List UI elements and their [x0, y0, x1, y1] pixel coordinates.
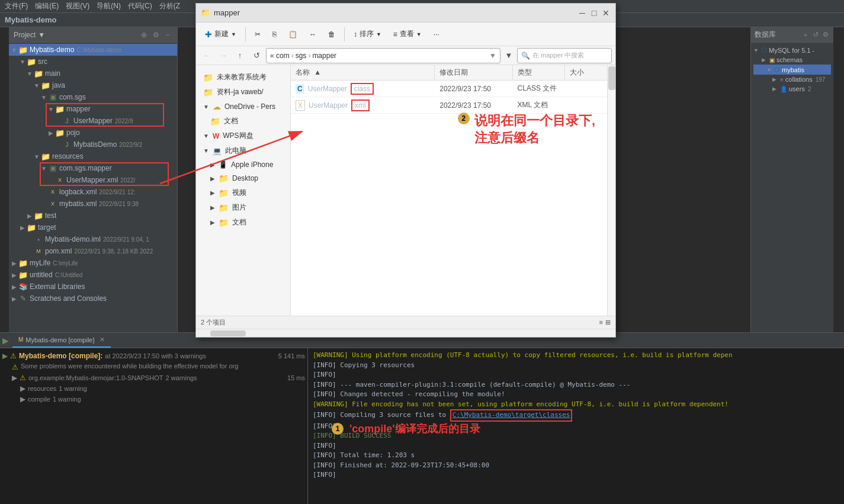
db-settings-icon[interactable]: ⚙ [821, 31, 830, 39]
dialog-hscroll[interactable] [196, 329, 615, 337]
dialog-vscroll[interactable] [607, 65, 615, 316]
sidebar-item-docs[interactable]: ▶ 📁 文档 [196, 215, 290, 230]
tree-item-mybatisxml[interactable]: ▶ X mybatis.xml 2022/9/21 9:38 [9, 198, 177, 210]
tree-item-src[interactable]: ▼ 📁 src [9, 56, 177, 68]
db-add-icon[interactable]: + [801, 31, 810, 39]
toolbar-view-button[interactable]: ≡ 查看 ▼ [388, 25, 427, 44]
dialog-statusbar: 2 个项目 ≡ ⊞ [196, 316, 615, 329]
sidebar-item-docs-onedrive[interactable]: 📁 文档 [196, 114, 290, 129]
tree-item-usermapper-xml[interactable]: ▶ X UserMapper.xml 2022/ [9, 174, 177, 186]
sidebar-item-onedrive[interactable]: ▼ ☁ OneDrive - Pers [196, 99, 290, 114]
menu-navigate[interactable]: 导航(N) [97, 1, 121, 11]
minus-icon[interactable]: − [163, 30, 172, 40]
maximize-button[interactable]: □ [589, 8, 599, 18]
breadcrumb-com[interactable]: « com [270, 52, 290, 60]
db-node-mysql[interactable]: ▼ ⬡ MySQL for 5.1 - [753, 45, 831, 55]
tree-arrow-target: ▶ [18, 224, 27, 231]
new-chevron-icon: ▼ [231, 31, 236, 37]
col-header-name[interactable]: 名称 ▲ [291, 65, 435, 80]
menu-code[interactable]: 代码(C) [128, 1, 152, 11]
warn-icon-org: ⚠ [20, 374, 26, 382]
tree-item-target[interactable]: ▶ 📁 target [9, 221, 177, 233]
toolbar-sort-button[interactable]: ↕ 排序 ▼ [348, 25, 387, 44]
tree-item-scratches[interactable]: ▶ ✎ Scratches and Consoles [9, 293, 177, 304]
toolbar-paste-button[interactable]: 📋 [283, 25, 303, 44]
nav-back-button[interactable]: ← [200, 49, 214, 63]
breadcrumb-bar[interactable]: « com › sgs › mapper ▼ [266, 48, 500, 63]
tree-item-main[interactable]: ▼ 📁 main [9, 68, 177, 79]
col-header-type[interactable]: 类型 [513, 65, 565, 80]
file-row-class[interactable]: C UserMapper class 2022/9/23 17:50 CLASS… [291, 81, 607, 97]
col-header-date[interactable]: 修改日期 [435, 65, 512, 80]
sidebar-item-ziliao[interactable]: 📁 资料-ja vaweb/ [196, 85, 290, 99]
minimize-button[interactable]: ─ [577, 8, 587, 18]
menu-file[interactable]: 文件(F) [5, 1, 28, 11]
sidebar-item-desktop[interactable]: ▶ 📁 Desktop [196, 171, 290, 185]
tree-item-usermapper-java[interactable]: ▶ J UserMapper 2022/9 [9, 115, 177, 127]
col-header-size[interactable]: 大小 [565, 65, 607, 80]
class-file-name: UserMapper [308, 85, 347, 93]
tree-item-comsgs[interactable]: ▼ ▣ com.sgs [9, 91, 177, 103]
tree-item-mylife[interactable]: ▶ 📁 myLife C:\myLife [9, 257, 177, 269]
db-node-users[interactable]: ▶ 👤 users 2 [753, 84, 831, 94]
search-icon: 🔍 [521, 52, 530, 60]
breadcrumb-mapper[interactable]: mapper [312, 52, 336, 60]
folder-icon-pojo: 📁 [55, 128, 65, 137]
tree-item-iml[interactable]: ▶ ▪ Mybatis-demo.iml 2022/9/21 9:04, 1 [9, 233, 177, 245]
tree-item-untitled[interactable]: ▶ 📁 untitled C:\Untitled [9, 269, 177, 281]
view-list-icon[interactable]: ≡ [599, 319, 603, 326]
sidebar-item-weilai[interactable]: 📁 未来教育系统考 [196, 70, 290, 85]
toolbar-new-button[interactable]: ✚ 新建 ▼ [200, 25, 242, 44]
file-row-xml[interactable]: X UserMapper xml 2022/9/23 17:50 XML 文档 [291, 97, 607, 114]
sidebar-item-thispc[interactable]: ▼ 💻 此电脑 [196, 143, 290, 158]
sidebar-item-iphone[interactable]: ▶ 📱 Apple iPhone [196, 158, 290, 171]
nav-forward-button[interactable]: → [216, 49, 230, 63]
tree-arrow-ext-libs: ▶ [10, 284, 18, 290]
compile-tab-close[interactable]: ✕ [100, 336, 105, 344]
tree-item-comsgs-mapper[interactable]: ▼ ▣ com.sgs.mapper [9, 162, 177, 174]
tree-item-test[interactable]: ▶ 📁 test [9, 210, 177, 221]
nav-refresh-button[interactable]: ↺ [249, 49, 264, 63]
db-node-mybatis[interactable]: ▼ ⬡ mybatis [753, 65, 831, 75]
tree-item-mapper-folder[interactable]: ▼ 📁 mapper [9, 103, 177, 115]
sidebar-item-wps[interactable]: ▼ W WPS网盘 [196, 129, 290, 143]
toolbar-copy-button[interactable]: ⎘ [267, 25, 282, 44]
toolbar-delete-button[interactable]: 🗑 [323, 25, 341, 44]
build-arrow-compile: ▶ [20, 395, 25, 403]
db-mysql-label: MySQL for 5.1 - [769, 47, 814, 54]
console-compile-path[interactable]: C:\Mybatis-demo\target\classes [450, 409, 573, 422]
tree-item-mybatis-demo[interactable]: ▼ 📁 Mybatis-demo C:\Mybatis-demo [9, 44, 177, 56]
nav-dropdown-button[interactable]: ▼ [503, 49, 515, 63]
tree-label-iml: Mybatis-demo.iml [45, 235, 101, 243]
computer-icon: 💻 [213, 147, 222, 155]
tree-item-resources[interactable]: ▼ 📁 resources [9, 150, 177, 162]
toolbar-more-button[interactable]: ··· [428, 25, 445, 44]
db-refresh-icon[interactable]: ↺ [811, 31, 820, 39]
nav-up-button[interactable]: ↑ [233, 49, 247, 63]
tree-item-pomxml[interactable]: ▶ M pom.xml 2022/9/21 9:38, 2.18 KB 2022 [9, 245, 177, 257]
menu-analyze[interactable]: 分析(Z [159, 1, 180, 11]
tab-compile[interactable]: M Mybatis-demo [compile] ✕ [12, 333, 111, 348]
add-icon[interactable]: ⊕ [139, 30, 149, 40]
view-grid-icon[interactable]: ⊞ [605, 319, 611, 326]
menu-edit[interactable]: 编辑(E) [35, 1, 59, 11]
run-icon-btn[interactable]: ▶ [2, 336, 9, 345]
db-node-schemas[interactable]: ▶ ▣ schemas [753, 55, 831, 65]
tree-item-logback[interactable]: ▶ X logback.xml 2022/9/21 12: [9, 186, 177, 198]
tree-item-pojo[interactable]: ▶ 📁 pojo [9, 127, 177, 139]
tree-item-ext-libs[interactable]: ▶ 📚 External Libraries [9, 281, 177, 293]
tree-item-java[interactable]: ▼ 📁 java [9, 79, 177, 91]
sidebar-item-video[interactable]: ▶ 📁 视频 [196, 185, 290, 200]
menu-view[interactable]: 视图(V) [66, 1, 89, 11]
close-button[interactable]: ✕ [601, 8, 611, 18]
tree-item-mybatisdemo[interactable]: ▶ J MybatisDemo 2022/9/2 [9, 139, 177, 150]
settings-icon[interactable]: ⚙ [151, 30, 161, 40]
folder-icon-weilai: 📁 [203, 73, 213, 82]
toolbar-move-button[interactable]: ↔ [304, 25, 322, 44]
db-node-collations[interactable]: ▶ ≡ collations 197 [753, 75, 831, 84]
toolbar-cut-button[interactable]: ✂ [249, 25, 266, 44]
search-bar[interactable]: 🔍 在 mapper 中搜索 [517, 48, 612, 63]
project-panel-header-right: ⊕ ⚙ − [139, 30, 172, 40]
breadcrumb-sgs[interactable]: sgs [296, 52, 307, 60]
sidebar-item-pictures[interactable]: ▶ 📁 图片 [196, 200, 290, 215]
